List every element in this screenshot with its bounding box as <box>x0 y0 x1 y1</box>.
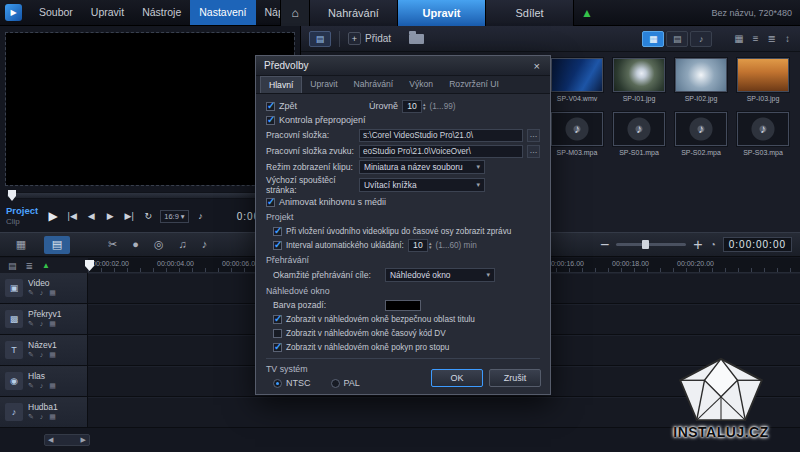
track-header-voice[interactable]: ◉ Hlas ✎ ♪ ▦ <box>0 366 88 396</box>
seek-handle[interactable] <box>8 190 16 201</box>
browse-button[interactable]: … <box>527 129 540 142</box>
library-item[interactable]: SP-I03.jpg <box>733 58 793 102</box>
autosave-checkbox[interactable]: ✓ <box>273 241 282 250</box>
tab-upravit[interactable]: Upravit <box>398 0 486 26</box>
zoom-slider[interactable] <box>616 243 686 246</box>
menu-soubor[interactable]: Soubor <box>30 0 82 25</box>
video-preview[interactable] <box>6 33 294 185</box>
dv-timecode-checkbox[interactable]: ✓ <box>273 329 282 338</box>
spinner-arrows-icon[interactable]: ▴▾ <box>429 241 432 249</box>
track-header-title[interactable]: T Název1 ✎ ♪ ▦ <box>0 335 88 365</box>
repeat-button[interactable]: ↻ <box>141 211 155 221</box>
menu-nastroje[interactable]: Nástroje <box>133 0 190 25</box>
track-header-overlay[interactable]: ▩ Překryv1 ✎ ♪ ▦ <box>0 304 88 334</box>
dialog-titlebar[interactable]: Předvolby × <box>256 56 550 76</box>
autosave-spinner[interactable]: ▴▾ <box>408 239 432 252</box>
add-media-button[interactable]: + Přidat <box>348 32 391 45</box>
library-item[interactable]: SP-I01.jpg <box>609 58 669 102</box>
prev-frame-button[interactable]: ◀ <box>84 211 98 221</box>
detail-view-icon[interactable]: ≣ <box>768 33 776 44</box>
safe-area-checkbox[interactable]: ✓ <box>273 315 282 324</box>
storyboard-view-button[interactable]: ▦ <box>8 236 34 254</box>
zoom-slider-thumb[interactable] <box>642 240 649 249</box>
sort-icon[interactable]: ↕ <box>785 33 790 44</box>
scroll-left-icon[interactable]: ◀ <box>48 436 53 444</box>
pal-radio[interactable] <box>331 379 340 388</box>
track-list-icon[interactable]: ▤ <box>8 261 17 271</box>
library-item[interactable]: SP-I02.jpg <box>671 58 731 102</box>
track-tool-icons[interactable]: ✎ ♪ ▦ <box>28 320 62 329</box>
track-header-video[interactable]: ▣ Video ✎ ♪ ▦ <box>0 273 88 303</box>
ntsc-radio[interactable] <box>273 379 282 388</box>
next-frame-button[interactable]: ▶ <box>103 211 117 221</box>
tab-upravit-dlg[interactable]: Upravit <box>302 76 345 93</box>
split-clip-button[interactable]: ✂ <box>108 238 117 251</box>
autosave-input[interactable] <box>408 239 428 252</box>
tab-rozvrzeni-ui[interactable]: Rozvržení UI <box>441 76 507 93</box>
volume-icon[interactable]: ♪ <box>194 211 208 221</box>
aspect-ratio-select[interactable]: 16:9 ▾ <box>160 210 188 223</box>
scroll-right-icon[interactable]: ▶ <box>81 436 86 444</box>
import-folder-icon[interactable] <box>409 34 424 44</box>
project-mode-label[interactable]: Project <box>6 206 38 217</box>
tab-nahravani[interactable]: Nahrávání <box>310 0 398 26</box>
filter-video-button[interactable]: ▤ <box>666 31 688 47</box>
startpage-select[interactable]: Uvítací knížka ▾ <box>359 178 485 192</box>
zoom-out-icon[interactable]: − <box>600 236 609 254</box>
levels-spinner[interactable]: ▴▾ <box>402 100 426 113</box>
audiofolder-input[interactable] <box>359 145 523 158</box>
auto-music-button[interactable]: ♪ <box>202 238 208 251</box>
tab-nahravani-dlg[interactable]: Nahrávání <box>346 76 402 93</box>
upload-arrow-icon[interactable]: ▲ <box>574 0 600 26</box>
animate-checkbox[interactable]: ✓ <box>266 198 275 207</box>
track-hint-checkbox[interactable]: ✓ <box>273 343 282 352</box>
library-item[interactable]: ♪ SP-M03.mpa <box>547 112 607 156</box>
levels-input[interactable] <box>402 100 422 113</box>
go-end-button[interactable]: ▶| <box>122 211 136 221</box>
ok-button[interactable]: OK <box>431 369 483 387</box>
tab-vykon[interactable]: Výkon <box>401 76 441 93</box>
clipdisplay-select[interactable]: Miniatura a název souboru ▾ <box>359 160 485 174</box>
tab-sdilet[interactable]: Sdílet <box>486 0 574 26</box>
record-capture-button[interactable]: ● <box>132 238 139 251</box>
home-icon[interactable]: ⌂ <box>280 0 310 26</box>
track-tool-icons[interactable]: ✎ ♪ ▦ <box>28 351 58 360</box>
track-tool-icons[interactable]: ✎ ♪ ▦ <box>28 413 58 422</box>
clip-mode-label[interactable]: Clip <box>6 217 38 226</box>
menu-upravit[interactable]: Upravit <box>82 0 133 25</box>
tab-hlavni[interactable]: Hlavní <box>260 76 302 93</box>
timeline-view-button[interactable]: ▤ <box>44 236 70 254</box>
play-button[interactable]: ▶ <box>46 209 60 223</box>
track-tool-icons[interactable]: ✎ ♪ ▦ <box>28 382 58 391</box>
sound-mixer-button[interactable]: ♫ <box>178 238 186 251</box>
zoom-in-icon[interactable]: + <box>693 236 702 254</box>
library-item[interactable]: SP-V04.wmv <box>547 58 607 102</box>
spinner-arrows-icon[interactable]: ▴▾ <box>423 102 426 110</box>
cancel-button[interactable]: Zrušit <box>489 369 541 387</box>
horizontal-scrollbar[interactable]: ◀ ▶ <box>44 434 90 446</box>
media-library-icon[interactable]: ▤ <box>309 31 331 47</box>
menu-nastaveni[interactable]: Nastavení <box>190 0 255 25</box>
seek-bar[interactable] <box>6 192 294 199</box>
expand-icon[interactable]: ▲ <box>42 261 50 270</box>
browse-button[interactable]: … <box>527 145 540 158</box>
playback-mode[interactable]: Project Clip <box>6 206 38 226</box>
go-start-button[interactable]: |◀ <box>65 211 79 221</box>
motion-tracking-button[interactable]: ◎ <box>154 238 164 251</box>
clock-icon[interactable]: ◔ <box>710 239 716 250</box>
playback-target-select[interactable]: Náhledové okno ▾ <box>385 268 495 282</box>
timeline-timecode[interactable]: 0:00:00:00 <box>723 237 792 252</box>
library-item[interactable]: ♪ SP-S01.mpa <box>609 112 669 156</box>
insertmsg-checkbox[interactable]: ✓ <box>273 227 282 236</box>
library-item[interactable]: ♪ SP-S03.mpa <box>733 112 793 156</box>
library-item[interactable]: ♪ SP-S02.mpa <box>671 112 731 156</box>
add-track-icon[interactable]: ≣ <box>26 261 34 271</box>
filter-audio-button[interactable]: ♪ <box>690 31 712 47</box>
thumbnail-view-icon[interactable]: ▦ <box>734 33 743 44</box>
workfolder-input[interactable] <box>359 129 523 142</box>
track-tool-icons[interactable]: ✎ ♪ ▦ <box>28 289 58 298</box>
close-icon[interactable]: × <box>532 60 542 72</box>
track-header-music[interactable]: ♪ Hudba1 ✎ ♪ ▦ <box>0 397 88 427</box>
list-view-icon[interactable]: ≡ <box>753 33 759 44</box>
gallery-view-button[interactable]: ▦ <box>642 31 664 47</box>
